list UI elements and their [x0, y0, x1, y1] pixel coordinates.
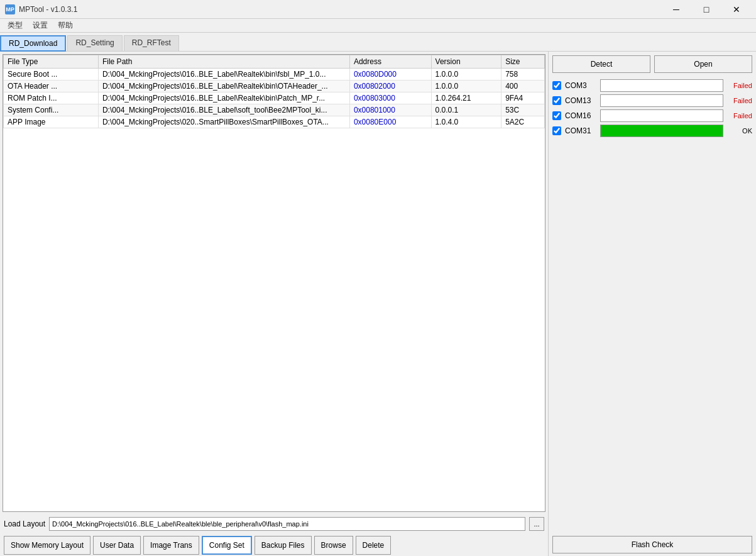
browse-btn[interactable]: Browse: [314, 536, 353, 555]
file-table: File Type File Path Address Version Size…: [3, 55, 545, 128]
cell-file-type: Secure Boot ...: [4, 69, 99, 81]
col-version: Version: [431, 55, 501, 69]
com-progress-com13: [600, 94, 723, 107]
maximize-button[interactable]: □: [692, 0, 721, 19]
delete-btn[interactable]: Delete: [356, 536, 392, 555]
com-label-com16: COM16: [565, 111, 596, 120]
cell-size: 400: [501, 81, 545, 92]
app-icon: MP: [5, 4, 15, 14]
com-progress-com16: [600, 109, 723, 122]
cell-version: 1.0.264.21: [431, 92, 501, 104]
cell-file-path: D:\004_MckingProjects\016..BLE_Label\Rea…: [98, 92, 349, 104]
main-content: File Type File Path Address Version Size…: [0, 52, 756, 556]
right-panel: Detect Open COM3 Failed COM13 Failed COM…: [549, 52, 756, 556]
load-layout-row: Load Layout ...: [0, 514, 548, 533]
cell-address: 0x0080E000: [349, 116, 431, 128]
open-button[interactable]: Open: [654, 55, 752, 73]
com-status-com13: Failed: [727, 97, 752, 104]
com-progress-com31: [600, 125, 723, 137]
window-controls: ─ □ ✕: [662, 0, 751, 19]
com-checkbox-com13[interactable]: [552, 96, 561, 105]
cell-size: 9FA4: [501, 92, 545, 104]
com-port-row-com13: COM13 Failed: [552, 94, 752, 107]
detect-open-row: Detect Open: [552, 55, 752, 73]
col-file-path: File Path: [98, 55, 349, 69]
flash-check-button[interactable]: Flash Check: [552, 536, 752, 553]
tab-rd-rftest[interactable]: RD_RFTest: [124, 35, 179, 51]
com-port-row-com16: COM16 Failed: [552, 109, 752, 122]
com-status-com31: OK: [727, 127, 752, 135]
table-row: System Confi... D:\004_MckingProjects\01…: [4, 104, 545, 116]
table-row: ROM Patch I... D:\004_MckingProjects\016…: [4, 92, 545, 104]
com-port-row-com3: COM3 Failed: [552, 79, 752, 92]
table-row: OTA Header ... D:\004_MckingProjects\016…: [4, 81, 545, 92]
cell-file-type: APP Image: [4, 116, 99, 128]
show-memory-layout-btn[interactable]: Show Memory Layout: [4, 536, 90, 555]
menu-bar: 类型 设置 帮助: [0, 19, 756, 33]
col-size: Size: [501, 55, 545, 69]
cell-version: 0.0.0.1: [431, 104, 501, 116]
cell-size: 53C: [501, 104, 545, 116]
cell-file-path: D:\004_MckingProjects\016..BLE_Label\sof…: [98, 104, 349, 116]
tab-bar: RD_Download RD_Setting RD_RFTest: [0, 33, 756, 52]
image-trans-btn[interactable]: Image Trans: [143, 536, 199, 555]
close-button[interactable]: ✕: [722, 0, 751, 19]
com-progress-com3: [600, 79, 723, 92]
cell-address: 0x0080D000: [349, 69, 431, 81]
com-checkbox-com31[interactable]: [552, 126, 561, 135]
config-set-btn[interactable]: Config Set: [202, 536, 252, 555]
load-layout-browse-btn[interactable]: ...: [529, 517, 544, 531]
title-bar: MP MPTool - v1.0.3.1 ─ □ ✕: [0, 0, 756, 19]
com-status-com3: Failed: [727, 82, 752, 89]
minimize-button[interactable]: ─: [662, 0, 691, 19]
cell-address: 0x00801000: [349, 104, 431, 116]
tab-rd-download[interactable]: RD_Download: [0, 35, 66, 52]
com-label-com31: COM31: [565, 126, 596, 135]
cell-file-path: D:\004_MckingProjects\016..BLE_Label\Rea…: [98, 69, 349, 81]
com-checkbox-com16[interactable]: [552, 111, 561, 120]
menu-item-type[interactable]: 类型: [3, 19, 28, 32]
cell-file-type: OTA Header ...: [4, 81, 99, 92]
table-row: Secure Boot ... D:\004_MckingProjects\01…: [4, 69, 545, 81]
menu-item-help[interactable]: 帮助: [53, 19, 78, 32]
cell-version: 1.0.0.0: [431, 69, 501, 81]
com-port-row-com31: COM31 OK: [552, 125, 752, 137]
com-checkbox-com3[interactable]: [552, 81, 561, 90]
com-status-com16: Failed: [727, 112, 752, 120]
com-label-com13: COM13: [565, 96, 596, 105]
file-table-container: File Type File Path Address Version Size…: [3, 54, 545, 512]
cell-size: 5A2C: [501, 116, 545, 128]
cell-size: 758: [501, 69, 545, 81]
cell-address: 0x00802000: [349, 81, 431, 92]
com-ports-container: COM3 Failed COM13 Failed COM16 Failed CO…: [552, 77, 752, 137]
table-row: APP Image D:\004_MckingProjects\020..Sma…: [4, 116, 545, 128]
cell-file-path: D:\004_MckingProjects\016..BLE_Label\Rea…: [98, 81, 349, 92]
cell-version: 1.0.4.0: [431, 116, 501, 128]
user-data-btn[interactable]: User Data: [93, 536, 141, 555]
backup-files-btn[interactable]: Backup Files: [255, 536, 312, 555]
cell-version: 1.0.0.0: [431, 81, 501, 92]
load-layout-input[interactable]: [49, 517, 525, 531]
load-layout-label: Load Layout: [4, 520, 45, 528]
detect-button[interactable]: Detect: [552, 55, 650, 73]
toolbar-row: Show Memory LayoutUser DataImage TransCo…: [0, 533, 548, 556]
col-file-type: File Type: [4, 55, 99, 69]
tab-rd-setting[interactable]: RD_Setting: [67, 35, 122, 51]
left-panel: File Type File Path Address Version Size…: [0, 52, 549, 556]
cell-file-path: D:\004_MckingProjects\020..SmartPillBoxe…: [98, 116, 349, 128]
cell-file-type: ROM Patch I...: [4, 92, 99, 104]
menu-item-settings[interactable]: 设置: [28, 19, 53, 32]
cell-file-type: System Confi...: [4, 104, 99, 116]
cell-address: 0x00803000: [349, 92, 431, 104]
com-label-com3: COM3: [565, 81, 596, 90]
col-address: Address: [349, 55, 431, 69]
app-title: MPTool - v1.0.3.1: [19, 5, 77, 14]
